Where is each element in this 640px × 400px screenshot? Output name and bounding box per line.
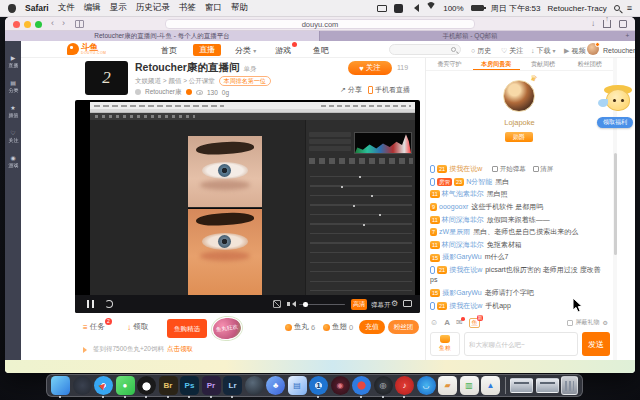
header-search-input[interactable]: [389, 44, 461, 55]
airplay-icon[interactable]: [377, 5, 387, 12]
dock-app-icon[interactable]: ◉: [331, 376, 350, 395]
control-center-icon[interactable]: ≡: [627, 4, 632, 13]
block-gifts-label[interactable]: 屏蔽礼物: [576, 318, 600, 327]
open-danmu-button[interactable]: 开始弹幕: [492, 164, 526, 173]
theater-mode-icon[interactable]: [403, 300, 412, 307]
menu-view[interactable]: 显示: [110, 2, 127, 14]
nav-yuba[interactable]: 鱼吧: [313, 45, 329, 56]
mascot-widget[interactable]: 领取福利: [596, 87, 635, 139]
douyu-logo[interactable]: 斗鱼 DOUYU.COM: [67, 43, 106, 55]
phone-watch-button[interactable]: 手机看直播: [368, 85, 410, 95]
claim-link[interactable]: 点击领取: [167, 345, 193, 354]
dock-app-icon[interactable]: ♣: [266, 376, 285, 395]
minimize-window-button[interactable]: [24, 21, 31, 28]
clear-screen-button[interactable]: 清屏: [533, 164, 554, 173]
mascot-button[interactable]: 领取福利: [597, 117, 633, 128]
apple-menu-icon[interactable]: [8, 4, 16, 13]
dock-app-icon[interactable]: ♪: [395, 376, 414, 395]
task-button[interactable]: ≡任务: [83, 322, 105, 332]
spotlight-icon[interactable]: [614, 5, 620, 11]
rail-item[interactable]: ★ 颜值: [8, 105, 19, 119]
chat-username[interactable]: ooogooxr: [439, 203, 468, 210]
address-bar[interactable]: douyu.com: [165, 19, 475, 29]
font-style-icon[interactable]: A: [444, 318, 450, 327]
dock-app-icon[interactable]: ▶: [94, 376, 113, 395]
danmu-edit-icon[interactable]: [273, 300, 281, 308]
dock-app-icon[interactable]: ◎: [374, 376, 393, 395]
danmu-toggle[interactable]: 弹幕开: [371, 301, 391, 310]
chat-input[interactable]: [464, 332, 578, 356]
dock-app-icon[interactable]: [352, 376, 371, 395]
chat-username[interactable]: 摄影GaryWu: [442, 253, 482, 260]
room-thumbnail[interactable]: 2: [85, 61, 128, 95]
chat-username[interactable]: 摸我在说w: [449, 302, 482, 309]
trash-icon[interactable]: [561, 376, 578, 395]
block-gifts-checkbox[interactable]: [567, 320, 573, 326]
dock-app-icon[interactable]: ▰: [438, 376, 457, 395]
dock-app-icon[interactable]: Ps: [180, 376, 199, 395]
chat-username[interactable]: 林间深海菲尔: [442, 241, 484, 248]
fish-shop-button[interactable]: 鱼购精选: [167, 319, 207, 338]
nav-home[interactable]: 首页: [161, 45, 177, 56]
fans-club-button[interactable]: 粉丝团: [388, 320, 419, 334]
quality-button[interactable]: 高清: [351, 299, 367, 310]
fish-food-button[interactable]: 鱼粮: [430, 332, 460, 356]
tab-guard[interactable]: 贵宾守护: [426, 58, 473, 70]
zoom-window-button[interactable]: [35, 21, 42, 28]
minimized-window-thumb[interactable]: [536, 378, 559, 393]
tab-douyu[interactable]: Retoucher康的直播间-斗鱼 - 每个人的直播平台: [5, 31, 320, 41]
tab-fans-rank[interactable]: 粉丝团榜: [566, 58, 613, 70]
chat-username[interactable]: zW星辰雨: [439, 228, 470, 235]
volume-icon[interactable]: [410, 4, 419, 12]
forward-button[interactable]: ›: [62, 18, 65, 28]
dock-app-icon[interactable]: ▥: [460, 376, 479, 395]
gear-icon[interactable]: ⚙: [391, 299, 398, 308]
tab-overview-icon[interactable]: [619, 20, 627, 28]
menu-help[interactable]: 帮助: [231, 2, 248, 14]
dock-app-icon[interactable]: ▲: [481, 376, 500, 395]
minimized-window-thumb[interactable]: [510, 378, 533, 393]
back-button[interactable]: ‹: [51, 18, 54, 28]
video-player[interactable]: 高清 弹幕开 ⚙: [75, 100, 420, 313]
tab-room-noble[interactable]: 本房间贵宾: [473, 58, 520, 70]
link-history[interactable]: ○历史: [471, 46, 491, 56]
rail-item[interactable]: ▶ 直播: [8, 55, 19, 69]
nav-games[interactable]: 游戏: [275, 45, 291, 56]
dock-app-icon[interactable]: ▤: [288, 376, 307, 395]
anchor-name[interactable]: Retoucher康: [145, 88, 182, 97]
volume-knob[interactable]: [303, 302, 308, 307]
share-icon[interactable]: [603, 20, 611, 28]
send-button[interactable]: 发送: [582, 332, 610, 356]
share-button[interactable]: ↗分享: [340, 85, 362, 95]
menu-window[interactable]: 窗口: [205, 2, 222, 14]
volume-icon[interactable]: [289, 301, 296, 307]
dock-app-icon[interactable]: [245, 376, 264, 395]
wifi-icon[interactable]: [426, 2, 436, 14]
dock-app-icon[interactable]: ●: [116, 376, 135, 395]
dock-app-icon[interactable]: Br: [159, 376, 178, 395]
fish-gift-icon[interactable]: 鱼新: [469, 318, 481, 328]
dock-app-icon[interactable]: Lr: [223, 376, 242, 395]
link-follow[interactable]: ♡关注: [501, 46, 523, 56]
event-sticker[interactable]: 鱼丸狂欢: [211, 315, 244, 342]
rail-item[interactable]: ▤ 分类: [8, 80, 19, 94]
chat-username[interactable]: N分智能: [466, 178, 492, 185]
dock-app-icon[interactable]: [137, 376, 156, 395]
menubar-clock[interactable]: 周日 下午8:53: [491, 3, 541, 14]
sidebar-toggle-icon[interactable]: [75, 20, 84, 28]
dock-app-icon[interactable]: Pr: [202, 376, 221, 395]
chat-username[interactable]: 摸我在说w: [449, 266, 482, 273]
refresh-button[interactable]: [105, 300, 113, 308]
tab-qq-mail[interactable]: 手机邮箱 - QQ邮箱: [320, 31, 620, 41]
menu-history[interactable]: 历史记录: [136, 2, 170, 14]
chat-message-list[interactable]: 21摸我在说w开始弹幕清屏 房管23N分智能黑白 11林气泡素菲尔黑白照: [430, 164, 608, 314]
tab-weekly-rank[interactable]: 贡献周榜: [520, 58, 567, 70]
download-icon[interactable]: ↓: [591, 19, 595, 28]
rail-item[interactable]: ♡ 关注: [8, 130, 19, 144]
rank-pill[interactable]: 本周排名第一位: [219, 76, 271, 86]
dock-app-icon[interactable]: 1: [309, 376, 328, 395]
nav-category[interactable]: 分类 ▾: [235, 45, 256, 56]
gear-icon[interactable]: ⚙: [603, 319, 608, 326]
noble-avatar[interactable]: [503, 80, 535, 112]
follow-button[interactable]: ♥关注: [348, 61, 392, 75]
